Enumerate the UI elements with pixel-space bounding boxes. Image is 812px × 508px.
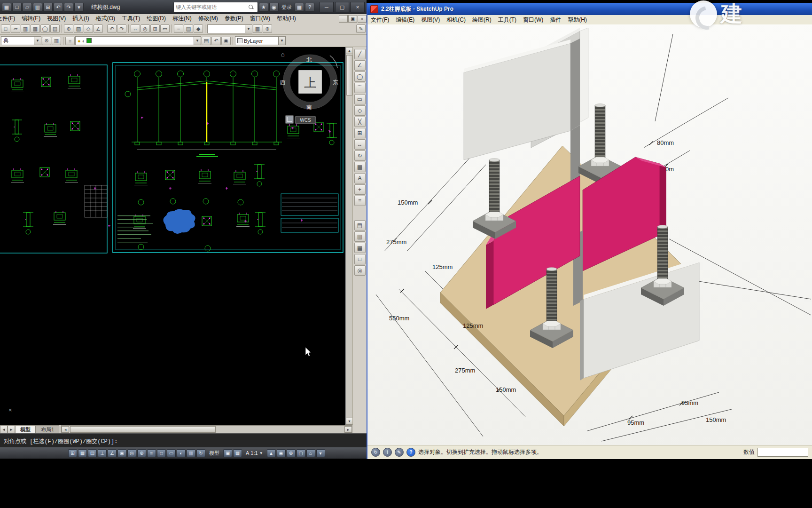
workspace-switch-icon[interactable]: ⊛ — [287, 449, 296, 457]
tb-sheetset-icon[interactable]: ▦ — [253, 24, 262, 33]
draw-hatch-icon[interactable]: ▦ — [354, 162, 366, 172]
tb-save-icon[interactable]: ▥ — [21, 24, 30, 33]
revision-cloud[interactable] — [163, 209, 195, 233]
menu-dimension[interactable]: 标注(N) — [169, 15, 195, 23]
wcs-indicator[interactable]: WCS — [286, 116, 316, 124]
tb-designcenter-icon[interactable]: ▤ — [184, 24, 193, 33]
status-menu-icon[interactable]: ▾ — [316, 449, 325, 457]
doc-close-button[interactable]: × — [358, 15, 367, 23]
credits-icon[interactable]: i — [383, 448, 392, 457]
tb-redo-icon[interactable]: ↷ — [117, 24, 126, 33]
doc-minimize-button[interactable]: ─ — [339, 15, 348, 23]
qat-dropdown-icon[interactable]: ▾ — [74, 3, 84, 12]
transparency-toggle[interactable]: ◐ — [177, 449, 186, 457]
claim-icon[interactable]: ✎ — [395, 448, 404, 457]
help-status-icon[interactable]: ? — [406, 448, 415, 457]
menu-parametric[interactable]: 参数(P) — [221, 15, 247, 23]
quick-properties-toggle[interactable]: ▥ — [187, 449, 195, 457]
sk-menu-plugins[interactable]: 插件 — [547, 16, 564, 24]
draw-circle-icon[interactable]: ◯ — [354, 71, 366, 82]
cleanscreen-icon[interactable]: ⌂ — [306, 449, 315, 457]
qat-new-icon[interactable]: □ — [12, 3, 22, 12]
cmd-close-icon[interactable]: × — [8, 406, 12, 413]
infer-constraints-toggle[interactable]: ⊞ — [68, 449, 77, 457]
hscroll-thumb[interactable] — [70, 426, 216, 433]
menu-format[interactable]: 格式(O) — [93, 15, 118, 23]
compass-west[interactable]: 西 — [280, 79, 286, 86]
tab-layout1[interactable]: 布局1 — [36, 425, 59, 434]
qat-plot-icon[interactable]: ⊞ — [43, 3, 53, 12]
menu-draw[interactable]: 绘图(D) — [143, 15, 169, 23]
exchange-apps-icon[interactable]: ▦ — [295, 3, 304, 12]
tb-zoom-previous-icon[interactable]: ▭ — [160, 24, 170, 33]
qat-save-icon[interactable]: ▥ — [33, 3, 42, 12]
scroll-right-icon[interactable]: ► — [344, 426, 352, 433]
star-icon[interactable]: ★ — [259, 3, 268, 12]
scroll-down-icon[interactable]: ▼ — [346, 418, 353, 425]
layer-tool-3-icon[interactable]: ▦ — [354, 243, 366, 253]
menu-view[interactable]: 视图(V) — [44, 15, 69, 23]
layer-properties-icon[interactable]: ≡ — [65, 37, 75, 45]
signin-label[interactable]: 登录 — [280, 4, 294, 11]
geolocation-icon[interactable]: ↻ — [371, 448, 380, 457]
draw-rectangle-icon[interactable]: ▭ — [354, 94, 366, 104]
annotation-scale-button[interactable]: A 1:1 ▼ — [243, 450, 266, 456]
workspace-save-icon[interactable]: ▥ — [52, 37, 61, 45]
tb-zoom-window-icon[interactable]: ⊞ — [150, 24, 160, 33]
sk-menu-draw[interactable]: 绘图(R) — [469, 16, 495, 24]
layer-states-icon[interactable]: ▤ — [202, 37, 211, 45]
home-icon[interactable]: ⌂ — [281, 51, 285, 58]
model-space-button[interactable]: 模型 — [206, 450, 222, 457]
layer-tool-5-icon[interactable]: ◎ — [354, 265, 366, 276]
osnap-toggle[interactable]: ◉ — [117, 449, 126, 457]
annotation-visibility-icon[interactable]: ▲ — [267, 449, 276, 457]
layer-tool-2-icon[interactable]: ▥ — [354, 231, 366, 242]
tb-pan-icon[interactable]: ↔ — [131, 24, 140, 33]
tb-new-icon[interactable]: □ — [1, 24, 10, 33]
lineweight-toggle[interactable]: ▭ — [167, 449, 176, 457]
layer-isolate-icon[interactable]: ◉ — [221, 37, 231, 45]
tb-open-icon[interactable]: ▱ — [11, 24, 20, 33]
tab-model[interactable]: 模型 — [15, 425, 36, 434]
sk-menu-tools[interactable]: 工具(T) — [495, 16, 520, 24]
close-button[interactable]: × — [351, 2, 365, 12]
qat-undo-icon[interactable]: ↶ — [54, 3, 63, 12]
tab-nav-first-icon[interactable]: ◄ — [0, 425, 8, 434]
selection-cycling-toggle[interactable]: ↻ — [196, 449, 205, 457]
sk-menu-edit[interactable]: 编辑(E) — [392, 16, 418, 24]
account-icon[interactable]: ◉ — [269, 3, 279, 12]
horizontal-scrollbar[interactable]: ◄ ► — [61, 425, 352, 434]
measurement-input[interactable] — [757, 448, 808, 457]
snap-toggle[interactable]: ▦ — [78, 449, 87, 457]
minimize-button[interactable]: ─ — [320, 2, 334, 12]
osnap3d-toggle[interactable]: ◎ — [127, 449, 136, 457]
draw-arc-icon[interactable]: ⌒ — [354, 83, 366, 93]
tb-cut-icon[interactable]: ⊕ — [64, 24, 73, 33]
polar-toggle[interactable]: ∠ — [108, 449, 117, 457]
tb-undo-icon[interactable]: ↶ — [107, 24, 117, 33]
menu-help[interactable]: 帮助(H) — [273, 15, 299, 23]
doc-restore-button[interactable]: ▣ — [348, 15, 357, 23]
compass-east[interactable]: 东 — [333, 79, 338, 86]
style-dropdown[interactable]: ▼ — [207, 24, 252, 33]
draw-text-icon[interactable]: A — [354, 173, 366, 183]
tb-pencil-icon[interactable]: ✎ — [356, 24, 366, 33]
drawing-canvas[interactable]: 上 北 南 西 东 ⌂ WCS × — [0, 47, 345, 425]
modify-erase-icon[interactable]: ╳ — [354, 117, 366, 127]
draw-line-icon[interactable]: ╱ — [354, 49, 366, 59]
vscroll-thumb[interactable] — [346, 55, 352, 95]
ducs-toggle[interactable]: ≡ — [147, 449, 156, 457]
dyn-input-toggle[interactable]: □ — [157, 449, 166, 457]
command-line[interactable]: 对角点或 [栏选(F)/圈围(WP)/圈交(CP)]: — [0, 433, 367, 447]
draw-polygon-icon[interactable]: ◇ — [354, 105, 366, 116]
tb-paste-icon[interactable]: ◇ — [84, 24, 93, 33]
sk-menu-window[interactable]: 窗口(W) — [520, 16, 547, 24]
menu-insert[interactable]: 插入(I) — [69, 15, 92, 23]
tb-matchprop-icon[interactable]: ∠ — [94, 24, 103, 33]
tb-plot-icon[interactable]: ▦ — [31, 24, 40, 33]
menu-tools[interactable]: 工具(T) — [118, 15, 143, 23]
menu-modify[interactable]: 修改(M) — [195, 15, 221, 23]
tb-zoom-realtime-icon[interactable]: ◎ — [141, 24, 150, 33]
model-viewport[interactable]: 80mm 0m 150mm 275mm 125mm 550mm 125mm 27… — [367, 24, 812, 445]
sk-menu-camera[interactable]: 相机(C) — [443, 16, 469, 24]
